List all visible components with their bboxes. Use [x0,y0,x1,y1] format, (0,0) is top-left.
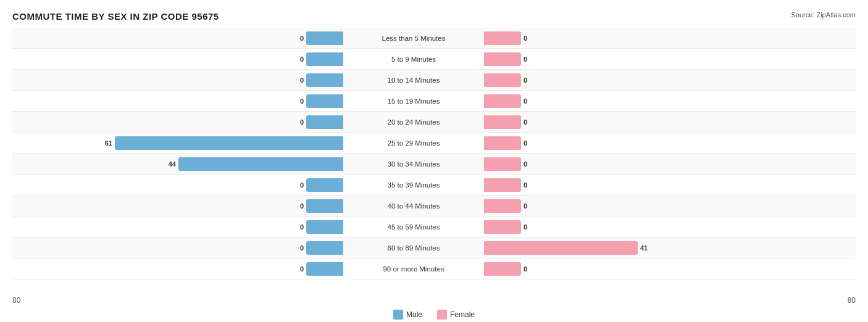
chart-container: COMMUTE TIME BY SEX IN ZIP CODE 95675 So… [0,0,868,322]
right-section: 0 [482,175,815,195]
row-label: 45 to 59 Minutes [346,223,482,231]
bar-female-label: 0 [524,202,527,210]
left-section: 0 [12,196,346,216]
right-section: 0 [482,258,815,279]
table-row: 040 to 44 Minutes0 [12,196,856,217]
row-label: 15 to 19 Minutes [346,97,482,105]
legend-male-box [393,310,403,320]
right-section: 0 [482,112,815,132]
row-label: 10 to 14 Minutes [346,76,482,84]
bar-female-label: 0 [524,35,527,42]
bar-female-label: 0 [524,139,527,147]
right-section: 0 [482,217,815,237]
bar-male-label: 0 [300,223,304,231]
legend-female: Female [437,310,475,320]
bar-female-label: 0 [524,223,527,231]
left-section: 0 [12,91,346,111]
bar-male-label: 0 [300,76,304,84]
left-section: 0 [12,49,346,69]
bar-male-label: 0 [300,244,304,252]
table-row: 015 to 19 Minutes0 [12,91,856,112]
left-section: 0 [12,70,346,90]
row-label: 30 to 34 Minutes [346,160,482,168]
bar-male-label: 0 [300,181,304,189]
source-label: Source: ZipAtlas.com [791,11,856,19]
right-section: 0 [482,91,815,111]
bar-male-label: 0 [300,202,304,210]
table-row: 6125 to 29 Minutes0 [12,133,856,154]
legend-male-label: Male [406,310,422,319]
row-label: 35 to 39 Minutes [346,181,482,189]
left-section: 44 [12,154,346,174]
bar-female-label: 0 [524,118,527,126]
right-section: 0 [482,154,815,174]
right-section: 0 [482,70,815,90]
bar-female-label: 0 [524,97,527,105]
left-section: 61 [12,133,346,153]
table-row: 045 to 59 Minutes0 [12,217,856,237]
bar-female-label: 0 [524,181,527,189]
left-section: 0 [12,217,346,237]
left-section: 0 [12,175,346,195]
row-label: 40 to 44 Minutes [346,202,482,210]
bar-female-label: 0 [524,56,527,63]
bar-male-label: 44 [169,160,176,168]
bar-male-label: 61 [105,139,112,147]
table-row: 020 to 24 Minutes0 [12,112,856,133]
table-row: 0Less than 5 Minutes0 [12,28,856,49]
left-section: 0 [12,237,346,258]
row-label: 90 or more Minutes [346,265,482,273]
bar-female-label: 0 [524,265,527,273]
bar-female-label: 41 [640,244,648,252]
row-label: 20 to 24 Minutes [346,118,482,126]
table-row: 060 to 89 Minutes41 [12,237,856,258]
row-label: 25 to 29 Minutes [346,139,482,147]
table-row: 035 to 39 Minutes0 [12,175,856,196]
bar-male-label: 0 [300,56,304,63]
table-row: 010 to 14 Minutes0 [12,70,856,91]
bar-male-label: 0 [300,265,304,273]
row-label: Less than 5 Minutes [346,35,482,42]
bar-male-label: 0 [300,35,304,42]
right-section: 0 [482,49,815,69]
row-label: 5 to 9 Minutes [346,56,482,63]
table-row: 090 or more Minutes0 [12,258,856,279]
right-section: 0 [482,196,815,216]
legend: Male Female [12,310,856,320]
legend-female-box [437,310,447,320]
bottom-area: 80 80 Male Female [12,294,856,320]
axis-right-label: 80 [848,296,856,305]
left-section: 0 [12,258,346,279]
bar-female-label: 0 [524,76,527,84]
axis-labels: 80 80 [12,294,856,307]
legend-male: Male [393,310,422,320]
table-row: 05 to 9 Minutes0 [12,49,856,70]
legend-female-label: Female [450,310,475,319]
chart-area: 0Less than 5 Minutes005 to 9 Minutes0010… [12,28,856,277]
axis-left-label: 80 [12,296,20,305]
chart-title: COMMUTE TIME BY SEX IN ZIP CODE 95675 [12,11,856,22]
right-section: 0 [482,28,815,48]
table-row: 4430 to 34 Minutes0 [12,154,856,175]
left-section: 0 [12,28,346,48]
bar-male-label: 0 [300,118,304,126]
left-section: 0 [12,112,346,132]
bar-male-label: 0 [300,97,304,105]
bar-female-label: 0 [524,160,527,168]
row-label: 60 to 89 Minutes [346,244,482,252]
right-section: 0 [482,133,815,153]
right-section: 41 [482,237,815,258]
